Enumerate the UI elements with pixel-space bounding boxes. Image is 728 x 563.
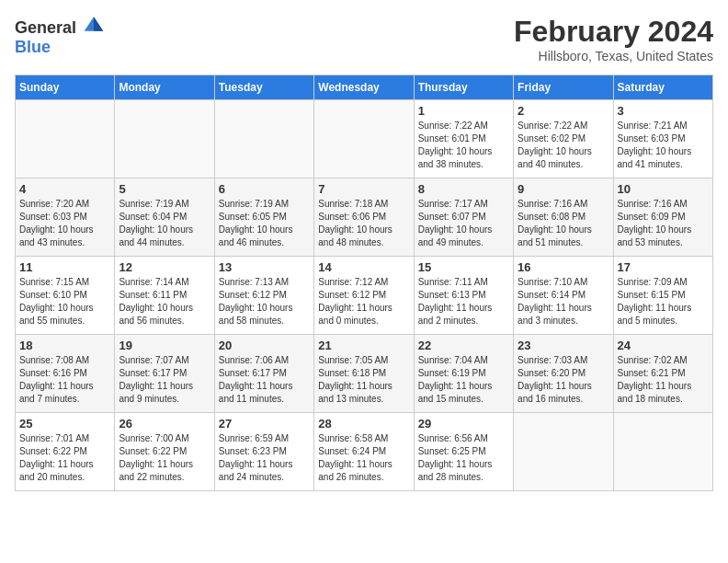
day-number: 12 xyxy=(119,260,210,274)
day-cell xyxy=(214,100,313,178)
day-cell: 17Sunrise: 7:09 AMSunset: 6:15 PMDayligh… xyxy=(613,257,712,335)
day-number: 7 xyxy=(318,182,409,196)
day-info: Sunrise: 6:59 AMSunset: 6:23 PMDaylight:… xyxy=(219,432,310,484)
week-row-1: 4Sunrise: 7:20 AMSunset: 6:03 PMDaylight… xyxy=(16,178,713,257)
day-number: 27 xyxy=(219,417,310,431)
day-info: Sunrise: 7:09 AMSunset: 6:15 PMDaylight:… xyxy=(618,276,709,327)
header-saturday: Saturday xyxy=(613,75,712,100)
day-info: Sunrise: 7:18 AMSunset: 6:06 PMDaylight:… xyxy=(318,198,409,249)
day-cell: 11Sunrise: 7:15 AMSunset: 6:10 PMDayligh… xyxy=(16,257,115,335)
day-info: Sunrise: 6:58 AMSunset: 6:24 PMDaylight:… xyxy=(318,432,409,484)
day-number: 17 xyxy=(618,260,709,274)
day-number: 28 xyxy=(318,417,409,431)
day-info: Sunrise: 7:15 AMSunset: 6:10 PMDaylight:… xyxy=(19,276,110,327)
day-info: Sunrise: 7:08 AMSunset: 6:16 PMDaylight:… xyxy=(19,354,110,406)
title-block: February 2024 Hillsboro, Texas, United S… xyxy=(514,15,713,63)
day-number: 25 xyxy=(19,417,110,431)
calendar-table: SundayMondayTuesdayWednesdayThursdayFrid… xyxy=(15,75,713,491)
day-info: Sunrise: 7:20 AMSunset: 6:03 PMDaylight:… xyxy=(19,198,110,249)
day-info: Sunrise: 7:07 AMSunset: 6:17 PMDaylight:… xyxy=(119,354,210,406)
day-cell: 5Sunrise: 7:19 AMSunset: 6:04 PMDaylight… xyxy=(115,178,214,257)
day-cell: 25Sunrise: 7:01 AMSunset: 6:22 PMDayligh… xyxy=(16,413,115,491)
day-info: Sunrise: 7:16 AMSunset: 6:08 PMDaylight:… xyxy=(518,198,609,249)
header-tuesday: Tuesday xyxy=(214,75,313,100)
day-number: 29 xyxy=(418,417,509,431)
header-thursday: Thursday xyxy=(414,75,513,100)
day-info: Sunrise: 7:02 AMSunset: 6:21 PMDaylight:… xyxy=(618,354,709,406)
day-cell xyxy=(115,100,214,178)
day-info: Sunrise: 7:19 AMSunset: 6:04 PMDaylight:… xyxy=(119,198,210,249)
day-cell: 13Sunrise: 7:13 AMSunset: 6:12 PMDayligh… xyxy=(214,257,313,335)
day-cell: 16Sunrise: 7:10 AMSunset: 6:14 PMDayligh… xyxy=(514,257,613,335)
logo-icon xyxy=(83,15,105,33)
day-cell: 8Sunrise: 7:17 AMSunset: 6:07 PMDaylight… xyxy=(414,178,513,257)
day-cell: 10Sunrise: 7:16 AMSunset: 6:09 PMDayligh… xyxy=(613,178,712,257)
day-cell xyxy=(16,100,115,178)
day-cell: 27Sunrise: 6:59 AMSunset: 6:23 PMDayligh… xyxy=(214,413,313,491)
header-monday: Monday xyxy=(115,75,214,100)
week-row-0: 1Sunrise: 7:22 AMSunset: 6:01 PMDaylight… xyxy=(16,100,713,178)
day-cell xyxy=(314,100,414,178)
day-info: Sunrise: 7:00 AMSunset: 6:22 PMDaylight:… xyxy=(119,432,210,484)
day-cell: 19Sunrise: 7:07 AMSunset: 6:17 PMDayligh… xyxy=(115,335,214,413)
day-number: 9 xyxy=(518,182,609,196)
day-number: 10 xyxy=(618,182,709,196)
day-cell xyxy=(613,413,712,491)
day-number: 13 xyxy=(219,260,310,274)
day-cell: 2Sunrise: 7:22 AMSunset: 6:02 PMDaylight… xyxy=(514,100,613,178)
day-number: 2 xyxy=(518,104,609,118)
day-number: 24 xyxy=(618,339,709,352)
day-number: 4 xyxy=(19,182,110,196)
day-info: Sunrise: 7:10 AMSunset: 6:14 PMDaylight:… xyxy=(518,276,609,327)
title-location: Hillsboro, Texas, United States xyxy=(514,49,713,63)
day-cell: 12Sunrise: 7:14 AMSunset: 6:11 PMDayligh… xyxy=(115,257,214,335)
day-info: Sunrise: 7:19 AMSunset: 6:05 PMDaylight:… xyxy=(219,198,310,249)
day-cell: 14Sunrise: 7:12 AMSunset: 6:12 PMDayligh… xyxy=(314,257,414,335)
day-number: 26 xyxy=(119,417,210,431)
day-info: Sunrise: 7:16 AMSunset: 6:09 PMDaylight:… xyxy=(618,198,709,249)
day-info: Sunrise: 7:22 AMSunset: 6:01 PMDaylight:… xyxy=(418,120,509,171)
day-cell: 24Sunrise: 7:02 AMSunset: 6:21 PMDayligh… xyxy=(613,335,712,413)
week-row-3: 18Sunrise: 7:08 AMSunset: 6:16 PMDayligh… xyxy=(16,335,713,413)
day-info: Sunrise: 7:12 AMSunset: 6:12 PMDaylight:… xyxy=(318,276,409,327)
day-number: 19 xyxy=(119,339,210,352)
day-info: Sunrise: 7:01 AMSunset: 6:22 PMDaylight:… xyxy=(19,432,110,484)
header-friday: Friday xyxy=(514,75,613,100)
day-cell: 7Sunrise: 7:18 AMSunset: 6:06 PMDaylight… xyxy=(314,178,414,257)
logo-blue: Blue xyxy=(15,38,51,56)
day-cell: 20Sunrise: 7:06 AMSunset: 6:17 PMDayligh… xyxy=(214,335,313,413)
logo-text: General Blue xyxy=(15,15,105,57)
day-number: 18 xyxy=(19,339,110,352)
day-cell: 15Sunrise: 7:11 AMSunset: 6:13 PMDayligh… xyxy=(414,257,513,335)
svg-marker-1 xyxy=(94,17,103,30)
day-cell: 22Sunrise: 7:04 AMSunset: 6:19 PMDayligh… xyxy=(414,335,513,413)
day-info: Sunrise: 7:17 AMSunset: 6:07 PMDaylight:… xyxy=(418,198,509,249)
day-cell: 6Sunrise: 7:19 AMSunset: 6:05 PMDaylight… xyxy=(214,178,313,257)
day-info: Sunrise: 7:04 AMSunset: 6:19 PMDaylight:… xyxy=(418,354,509,406)
day-number: 5 xyxy=(119,182,210,196)
page-header: General Blue February 2024 Hillsboro, Te… xyxy=(15,15,713,63)
day-cell: 9Sunrise: 7:16 AMSunset: 6:08 PMDaylight… xyxy=(514,178,613,257)
day-number: 22 xyxy=(418,339,509,352)
day-cell: 1Sunrise: 7:22 AMSunset: 6:01 PMDaylight… xyxy=(414,100,513,178)
day-cell: 4Sunrise: 7:20 AMSunset: 6:03 PMDaylight… xyxy=(16,178,115,257)
day-cell xyxy=(514,413,613,491)
logo: General Blue xyxy=(15,15,105,57)
day-number: 1 xyxy=(418,104,509,118)
header-sunday: Sunday xyxy=(16,75,115,100)
day-number: 23 xyxy=(518,339,609,352)
day-cell: 3Sunrise: 7:21 AMSunset: 6:03 PMDaylight… xyxy=(613,100,712,178)
day-number: 15 xyxy=(418,260,509,274)
week-row-2: 11Sunrise: 7:15 AMSunset: 6:10 PMDayligh… xyxy=(16,257,713,335)
week-row-4: 25Sunrise: 7:01 AMSunset: 6:22 PMDayligh… xyxy=(16,413,713,491)
day-number: 21 xyxy=(318,339,409,352)
day-cell: 26Sunrise: 7:00 AMSunset: 6:22 PMDayligh… xyxy=(115,413,214,491)
day-info: Sunrise: 7:13 AMSunset: 6:12 PMDaylight:… xyxy=(219,276,310,327)
day-info: Sunrise: 7:11 AMSunset: 6:13 PMDaylight:… xyxy=(418,276,509,327)
header-wednesday: Wednesday xyxy=(314,75,414,100)
day-info: Sunrise: 7:03 AMSunset: 6:20 PMDaylight:… xyxy=(518,354,609,406)
day-info: Sunrise: 6:56 AMSunset: 6:25 PMDaylight:… xyxy=(418,432,509,484)
day-info: Sunrise: 7:22 AMSunset: 6:02 PMDaylight:… xyxy=(518,120,609,171)
day-number: 6 xyxy=(219,182,310,196)
day-cell: 29Sunrise: 6:56 AMSunset: 6:25 PMDayligh… xyxy=(414,413,513,491)
